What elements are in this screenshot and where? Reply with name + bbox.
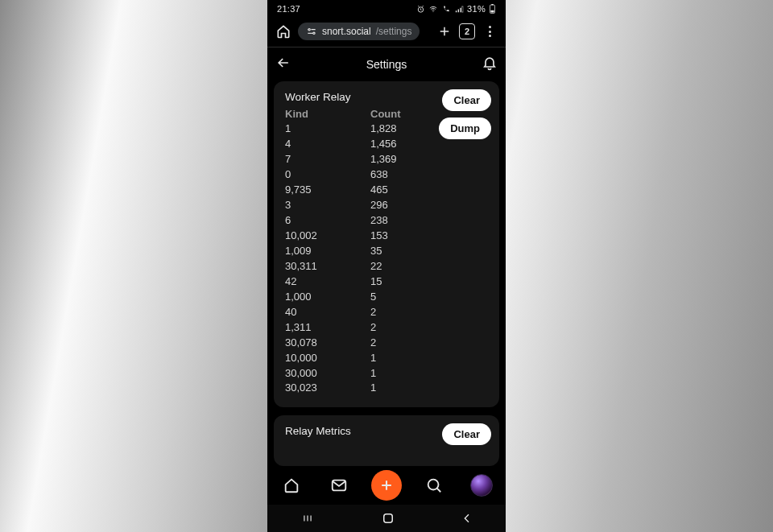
recents-button[interactable] <box>300 513 316 524</box>
table-cell-count: 15 <box>370 274 488 290</box>
bell-icon <box>482 55 498 71</box>
nav-search[interactable] <box>418 476 450 494</box>
android-system-nav <box>267 505 506 532</box>
home-button[interactable] <box>381 511 395 526</box>
table-cell-kind: 0 <box>285 167 366 183</box>
svg-rect-2 <box>462 6 463 11</box>
table-cell-count: 238 <box>370 213 488 229</box>
avatar <box>470 474 493 497</box>
table-cell-kind: 1 <box>285 122 366 137</box>
relay-metrics-card: Relay Metrics Clear <box>274 415 499 466</box>
table-cell-count: 1 <box>370 381 488 396</box>
clock: 21:37 <box>277 4 300 14</box>
back-system-button[interactable] <box>461 512 473 525</box>
nav-messages[interactable] <box>323 476 355 494</box>
table-cell-kind: 30,311 <box>285 259 366 274</box>
table-cell-kind: 3 <box>285 198 366 213</box>
table-cell-count: 1,369 <box>370 152 488 167</box>
svg-point-6 <box>308 29 310 31</box>
table-cell-count: 1 <box>370 351 488 366</box>
table-cell-kind: 40 <box>285 305 366 320</box>
browser-menu-button[interactable] <box>482 24 498 39</box>
wifi-icon <box>428 5 438 14</box>
browser-home-button[interactable] <box>275 23 291 39</box>
svg-rect-5 <box>490 10 494 13</box>
page-header: Settings <box>267 47 506 81</box>
table-cell-count: 2 <box>370 320 488 336</box>
table-cell-kind: 10,000 <box>285 351 366 366</box>
table-cell-count: 465 <box>370 183 488 198</box>
svg-point-9 <box>428 480 439 490</box>
mail-icon <box>330 476 348 494</box>
tab-switcher-button[interactable]: 2 <box>459 23 475 39</box>
page-title: Settings <box>366 58 407 71</box>
table-cell-kind: 30,078 <box>285 336 366 351</box>
compose-fab[interactable] <box>371 470 402 501</box>
tab-count: 2 <box>459 23 475 39</box>
table-cell-count: 22 <box>370 259 488 274</box>
svg-rect-4 <box>491 4 493 5</box>
signal-icon <box>454 5 464 14</box>
table-cell-kind: 30,000 <box>285 366 366 381</box>
nav-home[interactable] <box>275 476 308 494</box>
table-cell-kind: 1,009 <box>285 244 366 259</box>
arrow-left-icon <box>275 55 291 71</box>
status-icons: 31% <box>416 4 496 14</box>
nav-compose[interactable] <box>370 470 403 501</box>
phone-frame: 21:37 31% snort.social/settings <box>267 0 506 532</box>
nav-profile[interactable] <box>465 474 498 497</box>
table-cell-kind: 6 <box>285 213 366 229</box>
table-cell-count: 35 <box>370 244 488 259</box>
table-cell-kind: 42 <box>285 274 366 290</box>
battery-text: 31% <box>467 4 486 14</box>
battery-icon <box>489 4 496 14</box>
table-cell-count: 2 <box>370 336 488 351</box>
table-cell-kind: 30,023 <box>285 381 366 396</box>
browser-toolbar: snort.social/settings 2 <box>267 18 506 47</box>
table-cell-count: 638 <box>370 167 488 183</box>
dump-button[interactable]: Dump <box>439 118 491 139</box>
svg-point-7 <box>313 32 315 34</box>
col-kind: Kind <box>285 108 366 122</box>
table-cell-kind: 1,311 <box>285 320 366 336</box>
table-cell-kind: 9,735 <box>285 183 366 198</box>
table-cell-count: 1 <box>370 366 488 381</box>
back-button[interactable] <box>275 55 291 74</box>
app-bottom-nav <box>267 466 506 505</box>
android-status-bar: 21:37 31% <box>267 0 506 18</box>
table-cell-count: 5 <box>370 290 488 305</box>
table-cell-kind: 1,000 <box>285 290 366 305</box>
url-path: /settings <box>376 26 412 37</box>
table-cell-count: 296 <box>370 198 488 213</box>
clear-button[interactable]: Clear <box>442 89 491 111</box>
home-icon <box>283 476 300 494</box>
search-icon <box>425 476 443 494</box>
content-scroll[interactable]: Worker Relay Clear Dump Kind Count 11,82… <box>267 81 506 466</box>
worker-relay-card: Worker Relay Clear Dump Kind Count 11,82… <box>274 81 499 407</box>
url-host: snort.social <box>322 26 371 37</box>
table-cell-kind: 10,002 <box>285 229 366 244</box>
site-settings-icon <box>306 26 317 37</box>
svg-rect-10 <box>384 514 393 523</box>
table-cell-count: 2 <box>370 305 488 320</box>
url-bar[interactable]: snort.social/settings <box>298 23 420 40</box>
relay-metrics-clear-button[interactable]: Clear <box>442 423 491 445</box>
table-cell-kind: 7 <box>285 152 366 167</box>
volte-icon <box>441 5 451 14</box>
plus-icon <box>378 477 395 493</box>
alarm-icon <box>416 5 425 14</box>
new-tab-button[interactable] <box>436 24 453 39</box>
worker-relay-table: Kind Count 11,82841,45671,36906389,73546… <box>285 108 488 396</box>
svg-point-1 <box>433 10 434 11</box>
notifications-button[interactable] <box>482 55 498 74</box>
table-cell-kind: 4 <box>285 137 366 152</box>
table-cell-count: 153 <box>370 229 488 244</box>
